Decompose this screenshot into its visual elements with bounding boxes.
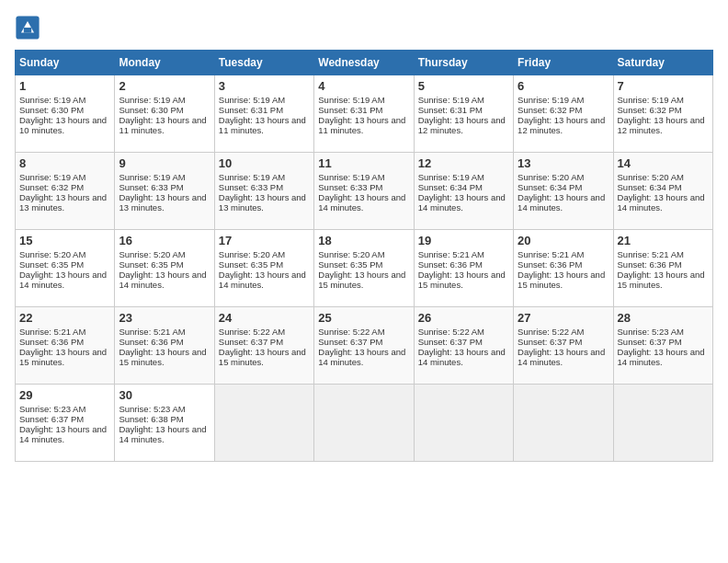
daylight-text: Daylight: 13 hours and 13 minutes.	[219, 192, 306, 213]
day-number: 30	[119, 388, 210, 402]
sunrise-text: Sunrise: 5:19 AM	[418, 95, 484, 105]
calendar-cell: 11Sunrise: 5:19 AMSunset: 6:33 PMDayligh…	[314, 153, 414, 230]
calendar-cell: 26Sunrise: 5:22 AMSunset: 6:37 PMDayligh…	[414, 307, 513, 385]
day-number: 25	[318, 311, 409, 325]
sunset-text: Sunset: 6:37 PM	[618, 337, 682, 347]
weekday-header-tuesday: Tuesday	[214, 51, 313, 75]
calendar-cell: 25Sunrise: 5:22 AMSunset: 6:37 PMDayligh…	[314, 307, 414, 385]
daylight-text: Daylight: 13 hours and 15 minutes.	[418, 270, 506, 290]
sunset-text: Sunset: 6:32 PM	[19, 182, 84, 192]
sunset-text: Sunset: 6:32 PM	[618, 105, 682, 115]
daylight-text: Daylight: 13 hours and 13 minutes.	[119, 192, 206, 213]
sunset-text: Sunset: 6:34 PM	[518, 182, 582, 192]
sunset-text: Sunset: 6:35 PM	[318, 259, 382, 270]
day-number: 28	[618, 311, 709, 325]
sunset-text: Sunset: 6:35 PM	[19, 259, 84, 270]
day-number: 15	[19, 234, 110, 247]
calendar-cell: 5Sunrise: 5:19 AMSunset: 6:31 PMDaylight…	[414, 75, 513, 153]
day-number: 13	[518, 156, 609, 170]
sunset-text: Sunset: 6:35 PM	[119, 259, 183, 270]
day-number: 9	[119, 156, 210, 170]
calendar-cell: 4Sunrise: 5:19 AMSunset: 6:31 PMDaylight…	[314, 75, 414, 153]
calendar-cell: 8Sunrise: 5:19 AMSunset: 6:32 PMDaylight…	[16, 153, 115, 230]
sunrise-text: Sunrise: 5:20 AM	[19, 249, 85, 259]
daylight-text: Daylight: 13 hours and 14 minutes.	[219, 270, 306, 290]
calendar-cell: 30Sunrise: 5:23 AMSunset: 6:38 PMDayligh…	[115, 385, 214, 462]
sunrise-text: Sunrise: 5:19 AM	[219, 172, 285, 182]
logo-icon	[15, 15, 40, 40]
calendar-cell: 29Sunrise: 5:23 AMSunset: 6:37 PMDayligh…	[16, 385, 115, 462]
day-number: 17	[219, 234, 310, 247]
sunset-text: Sunset: 6:34 PM	[618, 182, 682, 192]
sunset-text: Sunset: 6:36 PM	[618, 259, 682, 270]
calendar-cell: 27Sunrise: 5:22 AMSunset: 6:37 PMDayligh…	[514, 307, 613, 385]
sunrise-text: Sunrise: 5:20 AM	[618, 172, 684, 182]
sunset-text: Sunset: 6:38 PM	[119, 414, 183, 424]
daylight-text: Daylight: 13 hours and 12 minutes.	[518, 115, 605, 135]
sunrise-text: Sunrise: 5:20 AM	[219, 249, 285, 259]
weekday-header-thursday: Thursday	[414, 51, 513, 75]
calendar-cell: 13Sunrise: 5:20 AMSunset: 6:34 PMDayligh…	[514, 153, 613, 230]
daylight-text: Daylight: 13 hours and 15 minutes.	[618, 270, 705, 290]
day-number: 26	[418, 311, 509, 325]
weekday-header-monday: Monday	[115, 51, 214, 75]
day-number: 4	[318, 79, 409, 93]
sunrise-text: Sunrise: 5:19 AM	[119, 95, 185, 105]
day-number: 21	[618, 234, 709, 247]
calendar-cell: 1Sunrise: 5:19 AMSunset: 6:30 PMDaylight…	[16, 75, 115, 153]
sunset-text: Sunset: 6:34 PM	[418, 182, 483, 192]
weekday-header-row: SundayMondayTuesdayWednesdayThursdayFrid…	[16, 51, 713, 75]
daylight-text: Daylight: 13 hours and 10 minutes.	[19, 115, 107, 135]
weekday-header-sunday: Sunday	[16, 51, 115, 75]
sunset-text: Sunset: 6:36 PM	[518, 259, 582, 270]
day-number: 14	[618, 156, 709, 170]
daylight-text: Daylight: 13 hours and 14 minutes.	[19, 424, 107, 444]
calendar-cell: 22Sunrise: 5:21 AMSunset: 6:36 PMDayligh…	[16, 307, 115, 385]
sunrise-text: Sunrise: 5:20 AM	[318, 249, 384, 259]
daylight-text: Daylight: 13 hours and 11 minutes.	[219, 115, 306, 135]
sunrise-text: Sunrise: 5:19 AM	[418, 172, 484, 182]
day-number: 2	[119, 79, 210, 93]
day-number: 18	[318, 234, 409, 247]
daylight-text: Daylight: 13 hours and 14 minutes.	[318, 347, 405, 367]
calendar-cell: 9Sunrise: 5:19 AMSunset: 6:33 PMDaylight…	[115, 153, 214, 230]
sunset-text: Sunset: 6:31 PM	[418, 105, 483, 115]
daylight-text: Daylight: 13 hours and 11 minutes.	[119, 115, 206, 135]
sunset-text: Sunset: 6:36 PM	[418, 259, 483, 270]
sunset-text: Sunset: 6:30 PM	[19, 105, 84, 115]
daylight-text: Daylight: 13 hours and 14 minutes.	[418, 192, 506, 213]
calendar-cell: 17Sunrise: 5:20 AMSunset: 6:35 PMDayligh…	[214, 230, 313, 307]
calendar-cell: 20Sunrise: 5:21 AMSunset: 6:36 PMDayligh…	[514, 230, 613, 307]
sunrise-text: Sunrise: 5:23 AM	[618, 327, 684, 337]
sunrise-text: Sunrise: 5:19 AM	[219, 95, 285, 105]
calendar-cell: 28Sunrise: 5:23 AMSunset: 6:37 PMDayligh…	[613, 307, 712, 385]
sunset-text: Sunset: 6:36 PM	[19, 337, 84, 347]
daylight-text: Daylight: 13 hours and 14 minutes.	[618, 192, 705, 213]
sunset-text: Sunset: 6:31 PM	[219, 105, 283, 115]
day-number: 29	[19, 388, 110, 402]
sunrise-text: Sunrise: 5:21 AM	[518, 249, 584, 259]
calendar-cell: 6Sunrise: 5:19 AMSunset: 6:32 PMDaylight…	[514, 75, 613, 153]
sunrise-text: Sunrise: 5:19 AM	[19, 95, 85, 105]
sunset-text: Sunset: 6:37 PM	[318, 337, 382, 347]
calendar-week-row: 1Sunrise: 5:19 AMSunset: 6:30 PMDaylight…	[16, 75, 713, 153]
calendar-cell: 18Sunrise: 5:20 AMSunset: 6:35 PMDayligh…	[314, 230, 414, 307]
daylight-text: Daylight: 13 hours and 15 minutes.	[19, 347, 107, 367]
sunrise-text: Sunrise: 5:22 AM	[219, 327, 285, 337]
day-number: 8	[19, 156, 110, 170]
daylight-text: Daylight: 13 hours and 15 minutes.	[119, 347, 206, 367]
sunrise-text: Sunrise: 5:21 AM	[19, 327, 85, 337]
logo	[15, 15, 44, 40]
day-number: 1	[19, 79, 110, 93]
daylight-text: Daylight: 13 hours and 15 minutes.	[318, 270, 405, 290]
calendar-cell: 14Sunrise: 5:20 AMSunset: 6:34 PMDayligh…	[613, 153, 712, 230]
day-number: 5	[418, 79, 509, 93]
sunrise-text: Sunrise: 5:20 AM	[119, 249, 185, 259]
sunrise-text: Sunrise: 5:23 AM	[19, 404, 85, 414]
daylight-text: Daylight: 13 hours and 15 minutes.	[518, 270, 605, 290]
weekday-header-friday: Friday	[514, 51, 613, 75]
calendar-cell: 24Sunrise: 5:22 AMSunset: 6:37 PMDayligh…	[214, 307, 313, 385]
daylight-text: Daylight: 13 hours and 13 minutes.	[19, 192, 107, 213]
sunrise-text: Sunrise: 5:19 AM	[318, 95, 384, 105]
day-number: 24	[219, 311, 310, 325]
